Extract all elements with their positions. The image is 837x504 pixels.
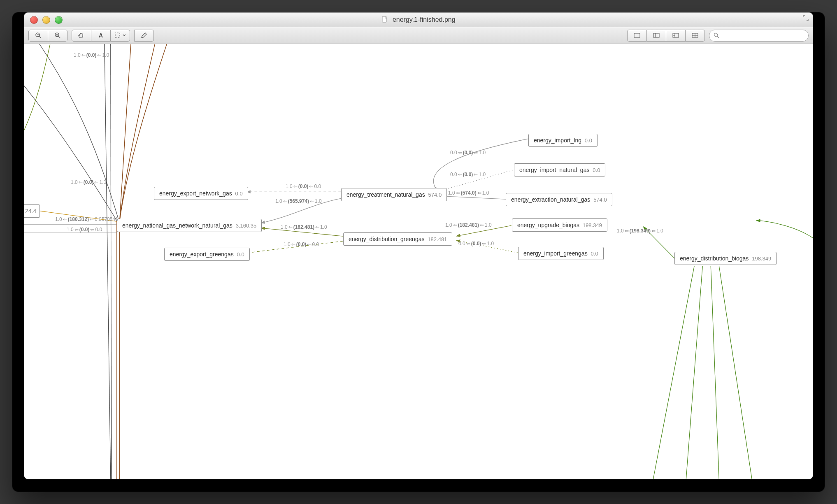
zoom-out-button[interactable] [28, 30, 48, 42]
view-grid-icon [692, 33, 698, 38]
view-single-icon [634, 33, 640, 38]
annotate-button[interactable] [134, 30, 154, 42]
view-list-icon [672, 33, 679, 38]
node-import-natural-gas[interactable]: energy_import_natural_gas 0.0 [514, 163, 605, 177]
svg-rect-8 [115, 33, 120, 37]
edge-label: 1.0⇐(0.0)⇐0.0 [67, 227, 102, 232]
text-tool-button[interactable]: A [91, 30, 111, 42]
svg-line-23 [686, 266, 702, 479]
view-group [627, 30, 705, 42]
node-export-network-gas[interactable]: energy_export_network_gas 0.0 [154, 187, 248, 200]
svg-line-5 [58, 36, 60, 38]
hand-icon [78, 32, 85, 39]
node-label: energy_national_gas_network_natural_gas [122, 222, 232, 229]
node-value: 182.481 [428, 236, 447, 242]
view-contact-sheet-button[interactable] [686, 30, 705, 42]
node-value: 0.0 [591, 251, 598, 257]
chevron-down-icon [123, 34, 126, 37]
move-tool-button[interactable] [72, 30, 91, 42]
edge-label: 1.0⇐(0.0)⇐0.0 [286, 183, 321, 189]
edge-label: 1.0⇐(0.0)⇐1.0 [71, 179, 106, 185]
zoom-button[interactable] [55, 16, 63, 24]
edge-label: 1.0⇐(574.0)⇐1.0 [448, 190, 489, 196]
traffic-lights [30, 16, 63, 24]
node-label: energy_import_natural_gas [519, 167, 589, 173]
svg-point-18 [714, 33, 718, 37]
close-button[interactable] [30, 16, 38, 24]
search-icon [714, 33, 719, 38]
node-value: 0.0 [237, 251, 244, 258]
edge-label: 1.0⇐(198.349)⇐1.0 [617, 228, 663, 234]
view-thumbnails-button[interactable] [647, 30, 666, 42]
node-label: energy_treatment_natural_gas [346, 191, 425, 198]
node-value: 0.0 [235, 190, 243, 197]
node-national-gas-network[interactable]: energy_national_gas_network_natural_gas … [117, 219, 262, 232]
text-a-icon: A [99, 32, 103, 39]
zoom-in-icon [54, 32, 61, 39]
svg-line-25 [719, 266, 752, 479]
toolbar: A [24, 27, 813, 44]
edge-label: 1.0⇐(182.481)⇐1.0 [445, 222, 492, 228]
edge-label: 1.0⇐(182.481)⇐1.0 [281, 224, 327, 230]
view-content-only-button[interactable] [627, 30, 647, 42]
node-extraction-natural-gas[interactable]: energy_extraction_natural_gas 574.0 [506, 193, 612, 206]
edge-label: 0.0⇐(0.0)⇐1.0 [458, 241, 494, 246]
node-label: energy_import_greengas [523, 250, 588, 257]
pencil-icon [141, 32, 147, 39]
node-upgrade-biogas[interactable]: energy_upgrade_biogas 198.349 [512, 218, 607, 232]
node-value: 0.0 [593, 167, 600, 173]
node-label: energy_import_lng [534, 137, 581, 144]
node-value: 574.0 [428, 192, 442, 198]
node-export-greengas[interactable]: energy_export_greengas 0.0 [164, 248, 250, 261]
diagram-viewport[interactable]: 24.4 energy_import_lng 0.0 energy_import… [24, 44, 813, 479]
zoom-group [28, 30, 67, 42]
svg-line-2 [39, 36, 41, 38]
node-import-greengas[interactable]: energy_import_greengas 0.0 [518, 247, 604, 260]
zoom-in-button[interactable] [48, 30, 67, 42]
node-value: 3,160.35 [236, 223, 257, 229]
svg-line-24 [711, 266, 719, 479]
edge-label: 0.0⇐(0.0)⇐1.0 [450, 150, 486, 156]
node-treatment-natural-gas[interactable]: energy_treatment_natural_gas 574.0 [341, 188, 447, 201]
tool-group: A [72, 30, 130, 42]
node-label: energy_extraction_natural_gas [511, 196, 590, 203]
edge-label: 1.0⇐(0.0)⇐0.0 [284, 242, 319, 247]
search-input[interactable] [722, 32, 804, 39]
node-fragment-left[interactable]: 24.4 [24, 204, 40, 218]
node-label: energy_upgrade_biogas [517, 222, 579, 228]
node-label: energy_distribution_biogas [680, 255, 749, 262]
file-icon [381, 16, 388, 23]
fullscreen-icon[interactable] [803, 15, 809, 22]
node-value: 574.0 [593, 197, 607, 203]
view-sidebar-icon [653, 33, 660, 38]
window-title: energy.1-finished.png [24, 16, 813, 23]
svg-rect-9 [634, 33, 640, 37]
node-value: 198.349 [752, 255, 771, 262]
select-tool-button[interactable] [111, 30, 130, 42]
edit-group [134, 30, 154, 42]
edge-label: 0.0⇐(0.0)⇐1.0 [450, 172, 486, 177]
node-label: energy_export_greengas [170, 251, 234, 258]
node-label: energy_export_network_gas [159, 190, 232, 197]
svg-line-22 [653, 266, 694, 479]
marquee-icon [114, 32, 122, 39]
svg-rect-0 [382, 16, 386, 22]
edge-label: 1.0⇐(180.312)⇐0.0570546 [55, 216, 118, 222]
edge-label: 1.0⇐(565.974)⇐1.0 [275, 198, 322, 204]
preview-window: energy.1-finished.png A [24, 12, 813, 479]
svg-rect-10 [653, 33, 659, 37]
toolbar-search[interactable] [709, 30, 809, 42]
svg-line-19 [717, 36, 719, 38]
node-value: 0.0 [585, 137, 592, 144]
node-import-lng[interactable]: energy_import_lng 0.0 [528, 134, 598, 147]
node-label: energy_distribution_greengas [349, 236, 424, 242]
view-toc-button[interactable] [666, 30, 686, 42]
zoom-out-icon [35, 32, 42, 39]
node-value: 198.349 [583, 222, 602, 228]
minimize-button[interactable] [42, 16, 50, 24]
titlebar: energy.1-finished.png [24, 13, 813, 27]
node-distribution-greengas[interactable]: energy_distribution_greengas 182.481 [343, 232, 452, 246]
edge-label: 1.0⇐(0.0)⇐1.0 [74, 52, 109, 58]
node-distribution-biogas[interactable]: energy_distribution_biogas 198.349 [674, 252, 777, 265]
